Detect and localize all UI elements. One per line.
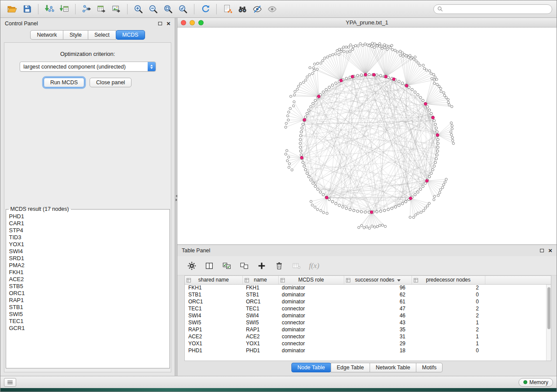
table-row[interactable]: TEC1TEC1connector472	[185, 305, 551, 312]
mcds-result-item[interactable]: TEC1	[9, 318, 170, 325]
add-row-icon[interactable]	[254, 258, 269, 273]
tab-network-table[interactable]: Network Table	[370, 363, 416, 372]
leaf-node[interactable]	[329, 55, 331, 57]
ring-node[interactable]	[328, 86, 331, 89]
show-details-icon[interactable]	[265, 2, 280, 16]
leaf-node[interactable]	[332, 54, 334, 56]
leaf-node[interactable]	[415, 60, 417, 62]
leaf-node[interactable]	[366, 226, 368, 228]
leaf-node[interactable]	[310, 200, 312, 203]
leaf-node[interactable]	[287, 115, 289, 117]
leaf-node[interactable]	[433, 82, 436, 84]
leaf-node[interactable]	[451, 136, 453, 138]
tab-mcds[interactable]: MCDS	[116, 30, 145, 40]
mcds-hub-node[interactable]	[317, 95, 320, 98]
leaf-node[interactable]	[451, 105, 453, 107]
leaf-node[interactable]	[399, 54, 401, 56]
leaf-node[interactable]	[426, 69, 428, 71]
zoom-selected-icon[interactable]	[176, 2, 190, 16]
leaf-node[interactable]	[352, 45, 354, 48]
ring-node[interactable]	[302, 123, 304, 126]
scrollbar-thumb[interactable]	[547, 287, 550, 329]
ring-node[interactable]	[308, 175, 310, 178]
leaf-node[interactable]	[326, 212, 328, 214]
ring-node[interactable]	[419, 96, 422, 99]
mcds-result-list[interactable]: PHD1CAR1STP4TID3YOX1SWI4SRD1PMA2FKH1ACE2…	[6, 212, 170, 332]
zoom-fit-icon[interactable]	[161, 2, 176, 16]
mcds-hub-node[interactable]	[303, 118, 306, 121]
leaf-node[interactable]	[362, 44, 364, 46]
table-row[interactable]: SWI4SWI4dominator462	[185, 312, 551, 319]
table-row[interactable]: PHD1PHD1dominator180	[185, 347, 551, 354]
ring-node[interactable]	[433, 120, 436, 122]
mcds-result-item[interactable]: CAR1	[9, 220, 170, 227]
leaf-node[interactable]	[381, 47, 383, 49]
leaf-node[interactable]	[405, 55, 407, 57]
ring-node[interactable]	[335, 203, 337, 205]
search-box[interactable]	[433, 4, 552, 14]
column-header-name[interactable]: name	[242, 276, 278, 284]
leaf-node[interactable]	[335, 53, 337, 55]
ring-node[interactable]	[314, 185, 317, 188]
ring-node[interactable]	[414, 193, 416, 196]
leaf-node[interactable]	[443, 94, 446, 96]
ring-node[interactable]	[436, 154, 439, 156]
mcds-hub-node[interactable]	[364, 73, 367, 76]
column-view-icon[interactable]	[202, 258, 217, 273]
leaf-node[interactable]	[409, 216, 411, 218]
leaf-node[interactable]	[424, 207, 426, 209]
tab-style[interactable]: Style	[63, 30, 88, 40]
leaf-node[interactable]	[286, 160, 288, 162]
leaf-node[interactable]	[381, 224, 384, 226]
leaf-node[interactable]	[296, 88, 298, 90]
leaf-node[interactable]	[286, 149, 288, 151]
leaf-node[interactable]	[354, 45, 356, 47]
mcds-hub-node[interactable]	[300, 156, 303, 159]
select-all-icon[interactable]	[219, 258, 234, 273]
mcds-hub-node[interactable]	[426, 179, 429, 182]
leaf-node[interactable]	[391, 44, 393, 46]
leaf-node[interactable]	[287, 111, 290, 113]
ring-node[interactable]	[308, 109, 310, 111]
leaf-node[interactable]	[376, 45, 378, 47]
leaf-node[interactable]	[401, 52, 404, 54]
mcds-hub-node[interactable]	[405, 84, 408, 87]
network-graph-canvas[interactable]	[177, 28, 557, 244]
float-panel-icon[interactable]	[540, 249, 544, 252]
table-row[interactable]: YOX1YOX1connector291	[185, 340, 551, 347]
ring-node[interactable]	[391, 207, 393, 210]
table-settings-gear-icon[interactable]	[184, 258, 199, 273]
leaf-node[interactable]	[450, 131, 452, 133]
mcds-result-item[interactable]: ORC1	[9, 290, 170, 297]
leaf-node[interactable]	[313, 63, 315, 65]
ring-node[interactable]	[319, 191, 322, 193]
tab-motifs[interactable]: Motifs	[416, 363, 443, 372]
tab-select[interactable]: Select	[88, 30, 116, 40]
ring-node[interactable]	[310, 179, 312, 181]
ring-node[interactable]	[300, 154, 303, 156]
mcds-result-item[interactable]: GCR1	[9, 325, 170, 332]
ring-node[interactable]	[436, 131, 439, 133]
leaf-node[interactable]	[316, 62, 318, 64]
mcds-result-item[interactable]: RAP1	[9, 297, 170, 304]
leaf-node[interactable]	[451, 127, 453, 130]
ring-node[interactable]	[380, 210, 382, 213]
ring-node[interactable]	[356, 74, 359, 77]
leaf-node[interactable]	[440, 90, 442, 93]
mcds-result-item[interactable]: SWI5	[9, 311, 170, 318]
leaf-node[interactable]	[292, 105, 294, 107]
leaf-node[interactable]	[308, 74, 311, 76]
leaf-node[interactable]	[288, 166, 290, 168]
leaf-node[interactable]	[374, 43, 376, 45]
ring-node[interactable]	[304, 168, 307, 171]
ring-node[interactable]	[401, 203, 404, 205]
mcds-result-item[interactable]: PHD1	[9, 213, 170, 220]
leaf-node[interactable]	[316, 208, 318, 210]
ring-node[interactable]	[314, 99, 317, 102]
leaf-node[interactable]	[370, 45, 373, 47]
memory-button[interactable]: Memory	[519, 378, 553, 387]
ring-node[interactable]	[411, 88, 413, 91]
leaf-node[interactable]	[293, 94, 295, 96]
column-header-shared-name[interactable]: shared name	[185, 276, 242, 284]
leaf-node[interactable]	[419, 64, 421, 66]
